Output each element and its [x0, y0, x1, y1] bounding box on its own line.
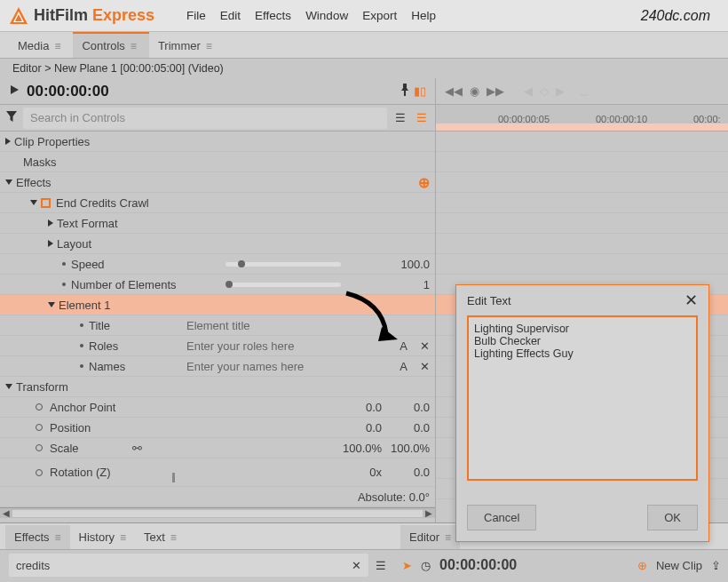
pos-y[interactable]: 0.0	[391, 421, 430, 435]
watermark: 240dc.com	[641, 8, 710, 24]
list-view-icon[interactable]: ☰	[392, 110, 408, 126]
scroll-left-icon[interactable]: ◀	[0, 508, 12, 518]
link-icon[interactable]: ⚯	[132, 442, 142, 455]
speed-slider[interactable]	[226, 262, 341, 267]
clear-button[interactable]: ✕	[420, 360, 430, 373]
roles-field[interactable]: Enter your roles here	[186, 339, 294, 353]
speed-value[interactable]: 100.0	[376, 258, 430, 271]
pin-icon[interactable]	[400, 84, 410, 99]
pos-x[interactable]: 0.0	[343, 421, 382, 435]
title-field[interactable]: Element title	[186, 319, 250, 332]
record-icon[interactable]: ◉	[470, 84, 479, 98]
hamburger-icon: ≡	[206, 40, 212, 52]
numel-slider[interactable]	[226, 283, 341, 287]
app-logo: HitFilm Express	[9, 6, 154, 26]
row-element-1[interactable]: Element 1	[0, 295, 435, 315]
add-effect-icon[interactable]: ⊕	[418, 174, 430, 191]
clock-icon[interactable]: ◷	[421, 559, 431, 572]
app-title: HitFilm Express	[34, 6, 154, 25]
row-masks[interactable]: Masks	[0, 152, 435, 172]
columns-icon[interactable]: ▮▯	[414, 84, 426, 98]
filter-icon[interactable]	[5, 110, 18, 125]
keyframe-icon[interactable]	[36, 403, 43, 411]
next-key-icon[interactable]: ▶	[556, 84, 565, 98]
keyframe-icon[interactable]	[36, 444, 43, 451]
row-end-credits[interactable]: End Credits Crawl	[0, 193, 435, 213]
row-speed: Speed100.0	[0, 254, 435, 275]
menu-effects[interactable]: Effects	[255, 9, 291, 22]
menu-export[interactable]: Export	[362, 9, 397, 22]
anchor-y[interactable]: 0.0	[391, 401, 430, 414]
editor-timecode[interactable]: 00:00:00:00	[439, 557, 517, 573]
bracket-icon[interactable]: ⎵	[581, 84, 588, 98]
ok-button[interactable]: OK	[647, 505, 698, 530]
row-transform[interactable]: Transform	[0, 377, 435, 397]
timecode[interactable]: 00:00:00:00	[27, 83, 109, 100]
row-title: TitleElement title	[0, 315, 435, 336]
tab-text[interactable]: Text≡	[135, 525, 186, 549]
effect-badge-icon	[41, 198, 51, 208]
chevron-down-icon	[5, 179, 12, 185]
row-scale: Scale⚯100.0%100.0%	[0, 438, 435, 458]
new-clip-button[interactable]: New Clip	[656, 559, 702, 572]
chevron-down-icon	[48, 302, 55, 307]
chevron-right-icon	[5, 138, 11, 145]
dialog-textarea[interactable]	[467, 315, 698, 481]
export-icon[interactable]: ⇪	[711, 559, 721, 572]
row-effects[interactable]: Effects⊕	[0, 172, 435, 193]
key-icon[interactable]: ◇	[540, 84, 549, 98]
tab-history[interactable]: History≡	[70, 525, 135, 549]
numel-value[interactable]: 1	[376, 278, 430, 291]
chevron-down-icon	[30, 200, 37, 205]
clear-search-icon[interactable]: ✕	[352, 559, 361, 572]
rot-deg[interactable]: 0.0	[391, 466, 430, 479]
row-text-format[interactable]: Text Format	[0, 213, 435, 234]
cancel-button[interactable]: Cancel	[467, 505, 536, 530]
effects-search-input[interactable]: credits✕	[9, 554, 368, 577]
row-position: Position0.00.0	[0, 418, 435, 438]
menu-edit[interactable]: Edit	[220, 9, 241, 22]
menu-window[interactable]: Window	[305, 9, 348, 22]
row-roles: RolesEnter your roles hereA✕	[0, 336, 435, 356]
rot-turns[interactable]: 0x	[343, 466, 382, 479]
bullet-icon	[62, 262, 66, 266]
scale-y[interactable]: 100.0%	[391, 442, 430, 455]
skip-start-icon[interactable]: ◀◀	[445, 84, 463, 98]
clear-button[interactable]: ✕	[420, 339, 430, 353]
prev-key-icon[interactable]: ◀	[524, 84, 533, 98]
hamburger-icon: ≡	[54, 40, 60, 52]
scroll-right-icon[interactable]: ▶	[423, 508, 435, 518]
keyframe-icon[interactable]	[36, 424, 43, 431]
anchor-x[interactable]: 0.0	[343, 401, 382, 414]
add-icon[interactable]: ⊕	[637, 559, 647, 572]
skip-end-icon[interactable]: ▶▶	[487, 84, 504, 98]
bullet-icon	[80, 344, 83, 347]
tab-media[interactable]: Media≡	[9, 34, 73, 58]
tab-effects-browser[interactable]: Effects≡	[5, 525, 70, 549]
row-clip-properties[interactable]: Clip Properties	[0, 132, 435, 152]
menu-help[interactable]: Help	[411, 9, 436, 22]
menu-file[interactable]: File	[186, 9, 206, 22]
play-icon[interactable]	[9, 84, 20, 98]
bullet-icon	[80, 323, 83, 327]
tab-trimmer[interactable]: Trimmer≡	[149, 34, 225, 58]
panel-tabs: Media≡ Controls≡ Trimmer≡	[0, 32, 728, 59]
scrollbar-horizontal[interactable]: ◀▶	[0, 507, 435, 518]
breadcrumb: Editor > New Plane 1 [00:00:05:00] (Vide…	[0, 59, 728, 78]
row-layout[interactable]: Layout	[0, 234, 435, 254]
edit-text-button[interactable]: A	[400, 339, 408, 353]
timeline-ruler[interactable]: 00:00:00:05 00:00:00:10 00:00:	[436, 105, 728, 132]
keyframe-icon[interactable]	[36, 469, 43, 476]
tab-controls[interactable]: Controls≡	[73, 32, 148, 58]
scale-x[interactable]: 100.0%	[343, 442, 382, 455]
row-num-elements: Number of Elements1	[0, 275, 435, 295]
close-icon[interactable]: ✕	[684, 291, 698, 310]
search-input[interactable]: Search in Controls	[23, 108, 387, 129]
bullet-icon	[62, 283, 66, 286]
tab-editor[interactable]: Editor≡	[400, 525, 460, 549]
names-field[interactable]: Enter your names here	[186, 360, 304, 373]
pointer-tool-icon[interactable]: ➤	[402, 559, 412, 572]
list-icon[interactable]: ☰	[376, 559, 386, 572]
edit-text-button[interactable]: A	[400, 360, 408, 373]
list-view-active-icon[interactable]: ☰	[414, 110, 430, 126]
